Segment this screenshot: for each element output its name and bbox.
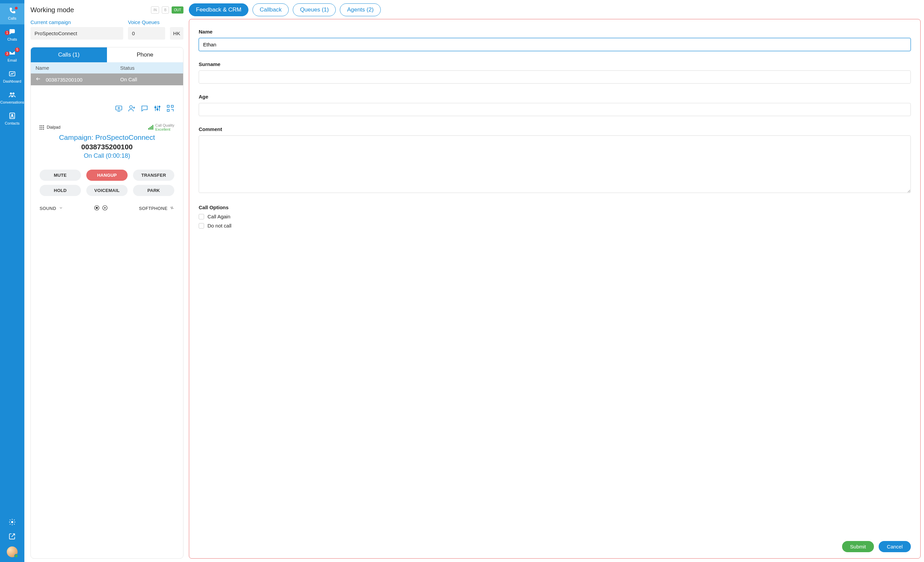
transfer-button[interactable]: TRANSFER — [133, 170, 174, 181]
hold-button[interactable]: HOLD — [40, 185, 81, 196]
tab-callback[interactable]: Callback — [252, 3, 289, 16]
comment-textarea[interactable] — [199, 135, 911, 193]
svg-point-2 — [12, 93, 14, 95]
mute-button[interactable]: MUTE — [40, 170, 81, 181]
call-table-row[interactable]: 0038735200100 On Call — [31, 74, 183, 85]
call-panel: Calls (1) Phone Name Status 003873520010… — [30, 47, 183, 559]
campaign-label: Current campaign — [30, 19, 71, 25]
sidebar-item-calls[interactable]: Calls — [0, 3, 24, 24]
voicemail-button[interactable]: VOICEMAIL — [86, 185, 128, 196]
svg-point-8 — [130, 106, 132, 108]
qr-transfer-icon[interactable] — [166, 104, 174, 114]
svg-rect-14 — [167, 109, 169, 111]
tab-queues[interactable]: Queues (1) — [293, 3, 336, 16]
hangup-button[interactable]: HANGUP — [86, 170, 128, 181]
call-quality-label: Call Quality — [155, 123, 174, 127]
message-icon[interactable] — [141, 104, 148, 114]
softphone-label: SOFTPHONE — [139, 206, 168, 211]
sidebar-item-label: Contacts — [5, 121, 19, 125]
opt-label: Call Again — [207, 213, 231, 219]
age-input[interactable] — [199, 103, 911, 116]
gear-icon[interactable] — [8, 518, 16, 526]
mode-in-button[interactable]: IN — [151, 6, 159, 14]
row-status: On Call — [116, 74, 183, 85]
conversations-icon — [8, 91, 16, 99]
svg-point-4 — [11, 114, 13, 116]
call-status-line: On Call (0:00:18) — [40, 152, 174, 159]
avatar[interactable] — [7, 546, 18, 557]
softphone-dropdown[interactable]: SOFTPHONE — [139, 206, 174, 211]
sidebar: Calls 1 Chats 5 3 Email Dashboard — [0, 0, 24, 562]
contacts-icon — [8, 112, 16, 120]
external-link-icon[interactable] — [8, 532, 16, 540]
call-options-label: Call Options — [199, 204, 911, 210]
campaign-field[interactable]: ProSpectoConnect — [30, 27, 123, 40]
sliders-icon[interactable] — [153, 104, 162, 114]
park-button[interactable]: PARK — [133, 185, 174, 196]
svg-point-1 — [10, 93, 12, 95]
sidebar-item-label: Email — [8, 58, 17, 62]
sidebar-item-email[interactable]: 5 3 Email — [0, 45, 24, 66]
mode-out-button[interactable]: OUT — [172, 6, 183, 14]
svg-point-9 — [154, 107, 156, 108]
mode-b-button[interactable]: B — [162, 6, 169, 14]
active-dot-icon — [15, 7, 18, 9]
sidebar-item-chats[interactable]: 1 Chats — [0, 24, 24, 45]
voice-queues-label: Voice Queues — [128, 19, 159, 25]
call-quality-value: Excellent — [155, 127, 174, 131]
badge: 5 — [15, 47, 20, 52]
record-button[interactable] — [94, 205, 100, 212]
dialpad-icon — [40, 125, 44, 130]
svg-rect-12 — [167, 105, 169, 107]
svg-rect-13 — [171, 105, 173, 107]
dashboard-icon — [8, 70, 16, 78]
campaign-line: Campaign: ProSpectoConnect — [40, 134, 174, 141]
sound-label: SOUND — [40, 206, 56, 211]
cancel-button[interactable]: Cancel — [879, 541, 911, 552]
opt-do-not-call[interactable]: Do not call — [199, 223, 911, 228]
left-panel: Working mode IN B OUT Current campaign P… — [26, 0, 186, 559]
badge-secondary: 3 — [5, 51, 9, 56]
comment-label: Comment — [199, 126, 911, 132]
svg-point-7 — [118, 107, 120, 109]
screen-share-icon[interactable] — [115, 104, 123, 114]
checkbox-icon[interactable] — [199, 214, 204, 219]
svg-point-11 — [159, 106, 160, 107]
sidebar-item-label: Calls — [8, 16, 16, 20]
tab-calls[interactable]: Calls (1) — [31, 47, 107, 62]
tab-phone[interactable]: Phone — [107, 47, 183, 62]
sidebar-item-conversations[interactable]: Conversations — [0, 87, 24, 108]
add-contact-icon[interactable] — [128, 104, 136, 114]
name-input[interactable] — [199, 38, 911, 51]
signal-bars-icon — [148, 125, 153, 130]
tab-feedback-crm[interactable]: Feedback & CRM — [189, 3, 248, 16]
feedback-form: Name Surname Age Comment Call Options — [189, 19, 921, 559]
submit-button[interactable]: Submit — [842, 541, 874, 552]
svg-point-16 — [96, 207, 98, 209]
checkbox-icon[interactable] — [199, 223, 204, 228]
tab-agents[interactable]: Agents (2) — [340, 3, 380, 16]
chevron-down-icon — [59, 206, 63, 211]
presence-online-icon — [14, 554, 18, 558]
sidebar-item-contacts[interactable]: Contacts — [0, 108, 24, 129]
opt-call-again[interactable]: Call Again — [199, 213, 911, 219]
call-quality: Call Quality Excellent — [148, 123, 174, 131]
dialpad-label: Dialpad — [47, 125, 61, 130]
surname-input[interactable] — [199, 71, 911, 84]
sidebar-item-label: Chats — [8, 37, 17, 41]
sidebar-item-label: Dashboard — [3, 79, 21, 83]
svg-point-5 — [11, 521, 13, 523]
voice-queues-field[interactable]: 0 — [128, 27, 165, 40]
right-tabs: Feedback & CRM Callback Queues (1) Agent… — [189, 3, 921, 16]
hk-field[interactable]: HK — [170, 27, 183, 40]
play-button[interactable] — [102, 205, 108, 212]
svg-point-10 — [157, 109, 158, 110]
age-label: Age — [199, 94, 911, 99]
opt-label: Do not call — [207, 223, 231, 228]
svg-rect-6 — [116, 106, 122, 110]
sound-dropdown[interactable]: SOUND — [40, 206, 63, 211]
row-name: 0038735200100 — [46, 77, 82, 83]
sidebar-item-dashboard[interactable]: Dashboard — [0, 66, 24, 87]
dialpad-button[interactable]: Dialpad — [40, 125, 61, 130]
sidebar-bottom — [0, 518, 24, 562]
